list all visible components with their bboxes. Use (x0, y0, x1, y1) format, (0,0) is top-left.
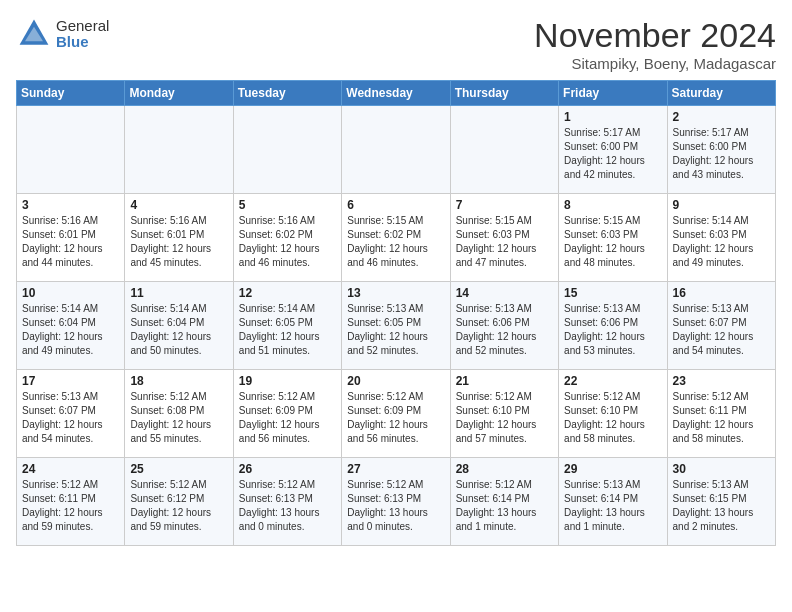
day-info: Sunrise: 5:12 AM Sunset: 6:14 PM Dayligh… (456, 478, 553, 534)
logo-icon (16, 16, 52, 52)
calendar-cell (342, 106, 450, 194)
day-info: Sunrise: 5:12 AM Sunset: 6:11 PM Dayligh… (673, 390, 770, 446)
calendar-cell: 24Sunrise: 5:12 AM Sunset: 6:11 PM Dayli… (17, 458, 125, 546)
day-info: Sunrise: 5:14 AM Sunset: 6:05 PM Dayligh… (239, 302, 336, 358)
calendar-cell: 26Sunrise: 5:12 AM Sunset: 6:13 PM Dayli… (233, 458, 341, 546)
calendar-cell: 10Sunrise: 5:14 AM Sunset: 6:04 PM Dayli… (17, 282, 125, 370)
day-number: 14 (456, 286, 553, 300)
day-number: 7 (456, 198, 553, 212)
day-number: 25 (130, 462, 227, 476)
day-info: Sunrise: 5:16 AM Sunset: 6:02 PM Dayligh… (239, 214, 336, 270)
day-number: 2 (673, 110, 770, 124)
day-info: Sunrise: 5:13 AM Sunset: 6:06 PM Dayligh… (456, 302, 553, 358)
page-header: General Blue November 2024 Sitampiky, Bo… (16, 16, 776, 72)
day-number: 21 (456, 374, 553, 388)
day-number: 23 (673, 374, 770, 388)
day-number: 10 (22, 286, 119, 300)
calendar-cell (17, 106, 125, 194)
calendar-cell: 9Sunrise: 5:14 AM Sunset: 6:03 PM Daylig… (667, 194, 775, 282)
day-number: 29 (564, 462, 661, 476)
calendar-cell: 21Sunrise: 5:12 AM Sunset: 6:10 PM Dayli… (450, 370, 558, 458)
day-info: Sunrise: 5:17 AM Sunset: 6:00 PM Dayligh… (673, 126, 770, 182)
day-info: Sunrise: 5:13 AM Sunset: 6:15 PM Dayligh… (673, 478, 770, 534)
day-info: Sunrise: 5:12 AM Sunset: 6:09 PM Dayligh… (239, 390, 336, 446)
logo-general-text: General (56, 18, 109, 35)
day-number: 20 (347, 374, 444, 388)
header-day-friday: Friday (559, 81, 667, 106)
calendar-cell: 15Sunrise: 5:13 AM Sunset: 6:06 PM Dayli… (559, 282, 667, 370)
day-number: 15 (564, 286, 661, 300)
calendar-cell: 6Sunrise: 5:15 AM Sunset: 6:02 PM Daylig… (342, 194, 450, 282)
calendar-cell: 4Sunrise: 5:16 AM Sunset: 6:01 PM Daylig… (125, 194, 233, 282)
calendar-cell (125, 106, 233, 194)
day-info: Sunrise: 5:15 AM Sunset: 6:02 PM Dayligh… (347, 214, 444, 270)
calendar-cell: 27Sunrise: 5:12 AM Sunset: 6:13 PM Dayli… (342, 458, 450, 546)
week-row-1: 1Sunrise: 5:17 AM Sunset: 6:00 PM Daylig… (17, 106, 776, 194)
calendar-cell: 28Sunrise: 5:12 AM Sunset: 6:14 PM Dayli… (450, 458, 558, 546)
day-info: Sunrise: 5:12 AM Sunset: 6:11 PM Dayligh… (22, 478, 119, 534)
day-info: Sunrise: 5:12 AM Sunset: 6:13 PM Dayligh… (347, 478, 444, 534)
day-info: Sunrise: 5:13 AM Sunset: 6:06 PM Dayligh… (564, 302, 661, 358)
day-info: Sunrise: 5:12 AM Sunset: 6:12 PM Dayligh… (130, 478, 227, 534)
day-number: 3 (22, 198, 119, 212)
day-number: 26 (239, 462, 336, 476)
day-info: Sunrise: 5:13 AM Sunset: 6:07 PM Dayligh… (673, 302, 770, 358)
day-number: 1 (564, 110, 661, 124)
calendar-cell: 29Sunrise: 5:13 AM Sunset: 6:14 PM Dayli… (559, 458, 667, 546)
calendar-table: SundayMondayTuesdayWednesdayThursdayFrid… (16, 80, 776, 546)
header-day-wednesday: Wednesday (342, 81, 450, 106)
calendar-cell: 30Sunrise: 5:13 AM Sunset: 6:15 PM Dayli… (667, 458, 775, 546)
week-row-4: 17Sunrise: 5:13 AM Sunset: 6:07 PM Dayli… (17, 370, 776, 458)
logo: General Blue (16, 16, 109, 52)
week-row-2: 3Sunrise: 5:16 AM Sunset: 6:01 PM Daylig… (17, 194, 776, 282)
day-info: Sunrise: 5:14 AM Sunset: 6:04 PM Dayligh… (22, 302, 119, 358)
day-number: 4 (130, 198, 227, 212)
day-number: 9 (673, 198, 770, 212)
day-number: 5 (239, 198, 336, 212)
day-number: 24 (22, 462, 119, 476)
day-info: Sunrise: 5:16 AM Sunset: 6:01 PM Dayligh… (22, 214, 119, 270)
day-number: 13 (347, 286, 444, 300)
calendar-cell: 5Sunrise: 5:16 AM Sunset: 6:02 PM Daylig… (233, 194, 341, 282)
day-info: Sunrise: 5:13 AM Sunset: 6:05 PM Dayligh… (347, 302, 444, 358)
logo-blue-text: Blue (56, 34, 109, 51)
day-info: Sunrise: 5:15 AM Sunset: 6:03 PM Dayligh… (564, 214, 661, 270)
calendar-cell: 23Sunrise: 5:12 AM Sunset: 6:11 PM Dayli… (667, 370, 775, 458)
calendar-title: November 2024 (534, 16, 776, 55)
calendar-location: Sitampiky, Boeny, Madagascar (534, 55, 776, 72)
header-day-monday: Monday (125, 81, 233, 106)
day-number: 17 (22, 374, 119, 388)
day-info: Sunrise: 5:13 AM Sunset: 6:14 PM Dayligh… (564, 478, 661, 534)
day-info: Sunrise: 5:14 AM Sunset: 6:04 PM Dayligh… (130, 302, 227, 358)
header-day-sunday: Sunday (17, 81, 125, 106)
day-info: Sunrise: 5:14 AM Sunset: 6:03 PM Dayligh… (673, 214, 770, 270)
calendar-cell: 18Sunrise: 5:12 AM Sunset: 6:08 PM Dayli… (125, 370, 233, 458)
day-number: 27 (347, 462, 444, 476)
day-info: Sunrise: 5:12 AM Sunset: 6:09 PM Dayligh… (347, 390, 444, 446)
calendar-body: 1Sunrise: 5:17 AM Sunset: 6:00 PM Daylig… (17, 106, 776, 546)
calendar-cell: 22Sunrise: 5:12 AM Sunset: 6:10 PM Dayli… (559, 370, 667, 458)
calendar-cell (450, 106, 558, 194)
day-number: 11 (130, 286, 227, 300)
week-row-3: 10Sunrise: 5:14 AM Sunset: 6:04 PM Dayli… (17, 282, 776, 370)
calendar-cell: 12Sunrise: 5:14 AM Sunset: 6:05 PM Dayli… (233, 282, 341, 370)
day-number: 22 (564, 374, 661, 388)
day-number: 8 (564, 198, 661, 212)
day-info: Sunrise: 5:12 AM Sunset: 6:10 PM Dayligh… (564, 390, 661, 446)
title-block: November 2024 Sitampiky, Boeny, Madagasc… (534, 16, 776, 72)
day-info: Sunrise: 5:12 AM Sunset: 6:10 PM Dayligh… (456, 390, 553, 446)
day-number: 19 (239, 374, 336, 388)
day-info: Sunrise: 5:13 AM Sunset: 6:07 PM Dayligh… (22, 390, 119, 446)
header-day-thursday: Thursday (450, 81, 558, 106)
calendar-header: SundayMondayTuesdayWednesdayThursdayFrid… (17, 81, 776, 106)
day-info: Sunrise: 5:17 AM Sunset: 6:00 PM Dayligh… (564, 126, 661, 182)
calendar-cell: 11Sunrise: 5:14 AM Sunset: 6:04 PM Dayli… (125, 282, 233, 370)
day-number: 16 (673, 286, 770, 300)
day-info: Sunrise: 5:12 AM Sunset: 6:13 PM Dayligh… (239, 478, 336, 534)
calendar-cell: 14Sunrise: 5:13 AM Sunset: 6:06 PM Dayli… (450, 282, 558, 370)
day-number: 18 (130, 374, 227, 388)
calendar-cell: 7Sunrise: 5:15 AM Sunset: 6:03 PM Daylig… (450, 194, 558, 282)
calendar-cell: 16Sunrise: 5:13 AM Sunset: 6:07 PM Dayli… (667, 282, 775, 370)
header-day-tuesday: Tuesday (233, 81, 341, 106)
calendar-cell: 25Sunrise: 5:12 AM Sunset: 6:12 PM Dayli… (125, 458, 233, 546)
